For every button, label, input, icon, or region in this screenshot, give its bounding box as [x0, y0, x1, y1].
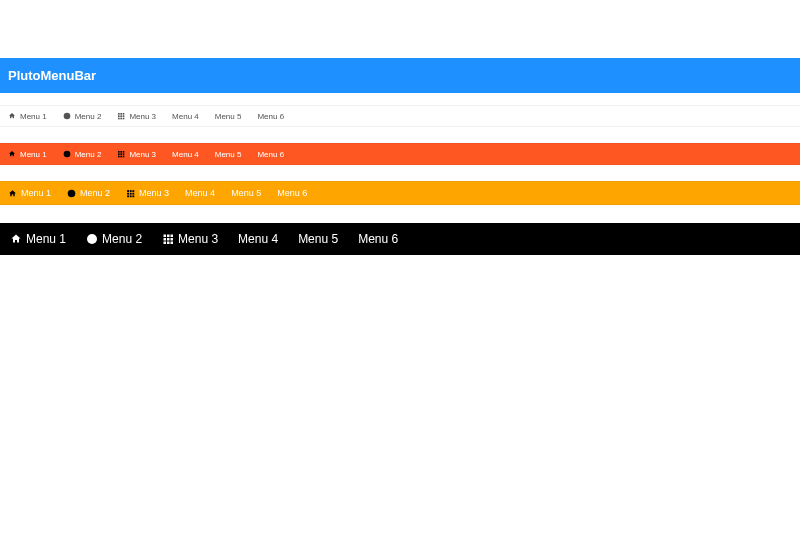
apps-grid-icon [117, 112, 125, 120]
svg-rect-44 [171, 238, 174, 241]
svg-rect-29 [132, 190, 134, 192]
menu-item-6[interactable]: Menu 6 [348, 224, 408, 254]
menu-item-label: Menu 2 [75, 112, 102, 121]
svg-rect-45 [164, 242, 167, 245]
menubar-black: Menu 1 Menu 2 Menu 3 Menu 4 Menu 5 Menu … [0, 223, 800, 255]
svg-rect-31 [130, 192, 132, 194]
svg-rect-2 [65, 116, 69, 117]
svg-rect-42 [164, 238, 167, 241]
svg-rect-47 [171, 242, 174, 245]
add-circle-icon [63, 112, 71, 120]
apps-grid-icon [162, 233, 174, 245]
svg-rect-30 [127, 192, 129, 194]
menu-item-label: Menu 6 [257, 150, 284, 159]
svg-rect-33 [127, 195, 129, 197]
page-title-text: PlutoMenuBar [8, 68, 96, 83]
menubar-orange-red: Menu 1 Menu 2 Menu 3 Menu 4 Menu 5 Menu … [0, 143, 800, 165]
menu-item-label: Menu 3 [129, 112, 156, 121]
menu-item-5[interactable]: Menu 5 [207, 106, 250, 126]
svg-rect-14 [65, 154, 69, 155]
svg-rect-26 [69, 193, 74, 194]
svg-rect-18 [118, 153, 120, 155]
menu-item-1[interactable]: Menu 1 [0, 106, 55, 126]
menu-item-label: Menu 5 [215, 150, 242, 159]
svg-rect-21 [118, 156, 120, 158]
apps-grid-icon [117, 150, 125, 158]
menu-item-6[interactable]: Menu 6 [249, 106, 292, 126]
add-circle-icon [67, 189, 76, 198]
page-title: PlutoMenuBar [0, 58, 800, 93]
svg-rect-27 [127, 190, 129, 192]
menu-item-label: Menu 6 [257, 112, 284, 121]
svg-rect-39 [164, 235, 167, 238]
svg-rect-19 [121, 153, 123, 155]
menu-item-2[interactable]: Menu 2 [55, 144, 110, 164]
svg-rect-40 [167, 235, 170, 238]
menu-item-label: Menu 3 [129, 150, 156, 159]
svg-rect-9 [118, 118, 120, 120]
menu-item-1[interactable]: Menu 1 [0, 224, 76, 254]
svg-rect-32 [132, 192, 134, 194]
menu-item-4[interactable]: Menu 4 [177, 182, 223, 204]
menu-item-label: Menu 5 [215, 112, 242, 121]
svg-rect-38 [89, 239, 95, 240]
svg-rect-10 [121, 118, 123, 120]
menu-item-5[interactable]: Menu 5 [288, 224, 348, 254]
menu-item-6[interactable]: Menu 6 [249, 144, 292, 164]
apps-grid-icon [126, 189, 135, 198]
menu-item-2[interactable]: Menu 2 [76, 224, 152, 254]
svg-rect-20 [123, 153, 125, 155]
menu-item-label: Menu 2 [102, 232, 142, 246]
menu-item-3[interactable]: Menu 3 [118, 182, 177, 204]
menu-item-1[interactable]: Menu 1 [0, 182, 59, 204]
menu-item-label: Menu 6 [277, 188, 307, 198]
add-circle-icon [63, 150, 71, 158]
menubar-orange: Menu 1 Menu 2 Menu 3 Menu 4 Menu 5 Menu … [0, 181, 800, 205]
home-icon [10, 233, 22, 245]
svg-rect-46 [167, 242, 170, 245]
menu-item-label: Menu 5 [298, 232, 338, 246]
menu-item-2[interactable]: Menu 2 [55, 106, 110, 126]
svg-rect-4 [121, 113, 123, 115]
menu-item-6[interactable]: Menu 6 [269, 182, 315, 204]
add-circle-icon [86, 233, 98, 245]
menu-item-label: Menu 1 [26, 232, 66, 246]
menu-item-4[interactable]: Menu 4 [164, 144, 207, 164]
menu-item-label: Menu 1 [20, 112, 47, 121]
svg-rect-16 [121, 151, 123, 153]
menu-item-label: Menu 1 [20, 150, 47, 159]
menu-item-label: Menu 4 [238, 232, 278, 246]
menu-item-label: Menu 5 [231, 188, 261, 198]
menu-item-4[interactable]: Menu 4 [164, 106, 207, 126]
menu-item-label: Menu 4 [172, 112, 199, 121]
svg-rect-28 [130, 190, 132, 192]
menu-item-2[interactable]: Menu 2 [59, 182, 118, 204]
svg-rect-6 [118, 115, 120, 117]
svg-rect-5 [123, 113, 125, 115]
menu-item-5[interactable]: Menu 5 [207, 144, 250, 164]
menu-item-3[interactable]: Menu 3 [109, 144, 164, 164]
menu-item-label: Menu 4 [172, 150, 199, 159]
menu-item-label: Menu 2 [80, 188, 110, 198]
menu-item-label: Menu 4 [185, 188, 215, 198]
home-icon [8, 112, 16, 120]
svg-rect-34 [130, 195, 132, 197]
menu-item-3[interactable]: Menu 3 [152, 224, 228, 254]
menu-item-4[interactable]: Menu 4 [228, 224, 288, 254]
svg-rect-17 [123, 151, 125, 153]
svg-rect-23 [123, 156, 125, 158]
menu-item-label: Menu 2 [75, 150, 102, 159]
menu-item-label: Menu 1 [21, 188, 51, 198]
menu-item-1[interactable]: Menu 1 [0, 144, 55, 164]
svg-rect-8 [123, 115, 125, 117]
home-icon [8, 150, 16, 158]
svg-rect-11 [123, 118, 125, 120]
svg-rect-3 [118, 113, 120, 115]
svg-rect-41 [171, 235, 174, 238]
svg-rect-22 [121, 156, 123, 158]
menu-item-label: Menu 6 [358, 232, 398, 246]
menubar-white: Menu 1 Menu 2 Menu 3 Menu 4 Menu 5 Menu … [0, 105, 800, 127]
menu-item-label: Menu 3 [178, 232, 218, 246]
menu-item-3[interactable]: Menu 3 [109, 106, 164, 126]
menu-item-5[interactable]: Menu 5 [223, 182, 269, 204]
